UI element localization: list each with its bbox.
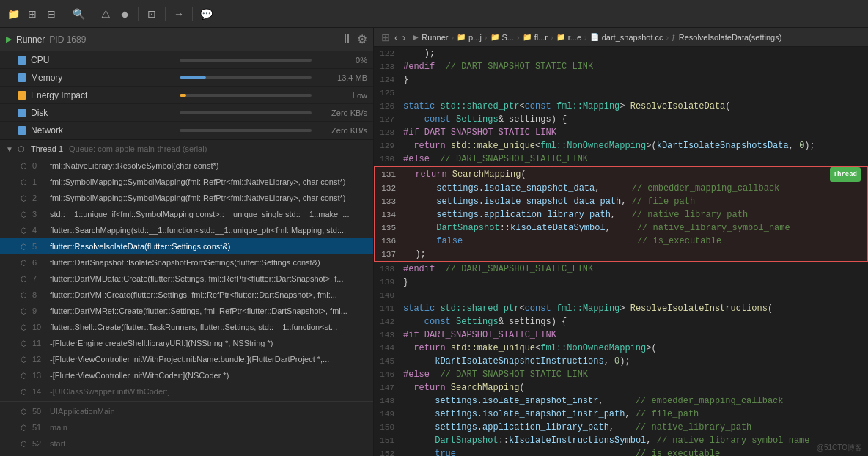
frame-5[interactable]: ⬡ 5 flutter::ResolveIsolateData(flutter:… [0, 238, 373, 254]
line-num-147: 147 [374, 381, 403, 394]
left-panel: ▶ Runner PID 1689 ⏸ ⚙ CPU 0% Memory [0, 28, 374, 456]
line-134: 134 settings.application_library_path, /… [374, 208, 868, 221]
search-icon[interactable]: 🔍 [71, 7, 86, 21]
frame-7[interactable]: ⬡ 7 flutter::DartVMData::Create(flutter:… [0, 271, 373, 287]
line-123: 123 #endif // DART_SNAPSHOT_STATIC_LINK [374, 60, 868, 73]
thread-list[interactable]: ▼ ⬡ Thread 1 Queue: com.apple.main-threa… [0, 140, 373, 456]
frame-11[interactable]: ⬡ 11 -[FlutterEngine createShell:library… [0, 335, 373, 351]
cpu-bar [180, 59, 312, 62]
frame-text: fml::SymbolMapping::SymbolMapping(fml::R… [50, 194, 345, 202]
warning-icon[interactable]: ⚠ [98, 7, 113, 21]
disk-bar [180, 111, 312, 114]
frame-4[interactable]: ⬡ 4 flutter::SearchMapping(std::__1::fun… [0, 222, 373, 238]
runner-pid: PID 1689 [49, 34, 86, 45]
breadcrumb-fl: fl...r [534, 33, 548, 42]
code-icon[interactable]: ⊡ [144, 7, 159, 21]
line-num-125: 125 [374, 87, 403, 100]
diamond-icon[interactable]: ◆ [117, 7, 132, 21]
breadcrumb-sep-2: › [485, 33, 488, 42]
line-138: 138 #endif // DART_SNAPSHOT_STATIC_LINK [374, 262, 868, 276]
frame-51[interactable]: ⬡ 51 main [0, 419, 373, 435]
thread-1-header[interactable]: ▼ ⬡ Thread 1 Queue: com.apple.main-threa… [0, 140, 373, 158]
frame-8[interactable]: ⬡ 8 flutter::DartVM::Create(flutter::Set… [0, 287, 373, 303]
breadcrumb-sep-4: › [551, 33, 553, 42]
code-area[interactable]: 122 ); 123 #endif // DART_SNAPSHOT_STATI… [374, 47, 868, 456]
thread-badge: Thread [830, 167, 861, 182]
grid-icon[interactable]: ⊞ [380, 32, 391, 43]
line-content-144: return std::make_unique<fml::NonOwnedMap… [403, 342, 862, 355]
line-num-151: 151 [374, 434, 403, 447]
line-content-145: kDartIsolateSnapshotInstructions, 0); [403, 355, 862, 368]
line-num-134: 134 [375, 208, 405, 221]
breadcrumb: ⊞ ‹ › ▶ Runner › 📁 p...j › 📁 S... › 📁 fl… [374, 28, 868, 47]
line-num-138: 138 [374, 262, 403, 276]
arrow-icon[interactable]: → [172, 7, 186, 21]
line-139: 139 } [374, 276, 868, 289]
line-124: 124 } [374, 73, 868, 87]
frame-text: flutter::DartVMRef::Create(flutter::Sett… [50, 306, 347, 315]
fn-breadcrumb-icon: ƒ [672, 33, 676, 41]
toolbar-sep-3 [138, 7, 139, 21]
thread-1-label: Thread 1 [31, 144, 63, 153]
frame-2[interactable]: ⬡ 2 fml::SymbolMapping::SymbolMapping(fm… [0, 190, 373, 206]
line-num-127: 127 [374, 113, 403, 126]
frame-52[interactable]: ⬡ 52 start [0, 435, 373, 452]
line-148: 148 settings.isolate_snapshot_instr, // … [374, 394, 868, 408]
frame-num: 7 [32, 274, 47, 283]
back-arrow[interactable]: ‹ [393, 32, 400, 43]
forward-arrow[interactable]: › [401, 32, 408, 43]
folder-icon[interactable]: 📁 [6, 7, 21, 21]
frame-0[interactable]: ⬡ 0 fml::NativeLibrary::ResolveSymbol(ch… [0, 158, 373, 174]
line-content-136: false // is_executable [405, 235, 861, 248]
frame-num: 14 [32, 387, 47, 396]
frame-3[interactable]: ⬡ 3 std::__1::unique_if<fml::SymbolMappi… [0, 206, 373, 222]
frame-13[interactable]: ⬡ 13 -[FlutterViewController initWithCod… [0, 367, 373, 383]
layout-icon[interactable]: ⊟ [44, 7, 59, 21]
frame-50[interactable]: ⬡ 50 UIApplicationMain [0, 403, 373, 419]
line-145: 145 kDartIsolateSnapshotInstructions, 0)… [374, 355, 868, 368]
line-content-122: ); [403, 47, 862, 60]
frame-1[interactable]: ⬡ 1 fml::SymbolMapping::SymbolMapping(fm… [0, 174, 373, 190]
settings-button[interactable]: ⚙ [357, 32, 367, 46]
line-num-145: 145 [374, 355, 403, 368]
line-140: 140 [374, 289, 868, 302]
line-num-150: 150 [374, 421, 403, 434]
line-146: 146 #else // DART_SNAPSHOT_STATIC_LINK [374, 368, 868, 381]
line-143: 143 #if DART_SNAPSHOT_STATIC_LINK [374, 328, 868, 342]
line-content-135: DartSnapshot::kIsolateDataSymbol, // nat… [405, 221, 861, 235]
line-num-144: 144 [374, 342, 403, 355]
memory-icon [18, 73, 26, 82]
line-num-137: 137 [375, 248, 405, 261]
energy-icon [18, 91, 26, 100]
line-num-131: 131 [375, 168, 405, 181]
line-126: 126 static std::shared_ptr<const fml::Ma… [374, 100, 868, 113]
line-142: 142 const Settings& settings) { [374, 315, 868, 328]
frame-6[interactable]: ⬡ 6 flutter::DartSnapshot::IsolateSnapsh… [0, 254, 373, 271]
line-132: 132 settings.isolate_snapshot_data, // e… [374, 182, 868, 195]
frame-num: 5 [32, 242, 47, 251]
frame-12[interactable]: ⬡ 12 -[FlutterViewController initWithPro… [0, 351, 373, 367]
toolbar-sep-2 [92, 7, 92, 21]
frame-icon: ⬡ [21, 194, 29, 202]
frame-9[interactable]: ⬡ 9 flutter::DartVMRef::Create(flutter::… [0, 303, 373, 319]
line-num-130: 130 [374, 152, 403, 166]
frame-14[interactable]: ⬡ 14 -[UIClassSwapper initWithCoder:] [0, 383, 373, 400]
message-icon[interactable]: 💬 [199, 7, 213, 21]
frame-num: 0 [32, 161, 47, 170]
network-label: Network [31, 125, 175, 136]
line-num-152: 152 [374, 447, 403, 456]
thread-6-header[interactable]: ▶ ⬡ Thread 6 [0, 452, 373, 456]
thread-1-queue: Queue: com.apple.main-thread (serial) [69, 144, 207, 153]
line-136: 136 false // is_executable [374, 235, 868, 248]
breadcrumb-file: dart_snapshot.cc [602, 33, 663, 42]
frame-icon: ⬡ [21, 243, 29, 251]
line-num-123: 123 [374, 60, 403, 73]
frame-10[interactable]: ⬡ 10 flutter::Shell::Create(flutter::Tas… [0, 319, 373, 335]
square-icon[interactable]: ⊞ [25, 7, 40, 21]
line-130: 130 #else // DART_SNAPSHOT_STATIC_LINK [374, 152, 868, 166]
line-141: 141 static std::shared_ptr<const fml::Ma… [374, 302, 868, 315]
pause-button[interactable]: ⏸ [341, 32, 353, 46]
frame-icon: ⬡ [21, 372, 29, 380]
frame-icon: ⬡ [21, 356, 29, 364]
line-content-141: static std::shared_ptr<const fml::Mappin… [403, 302, 862, 315]
